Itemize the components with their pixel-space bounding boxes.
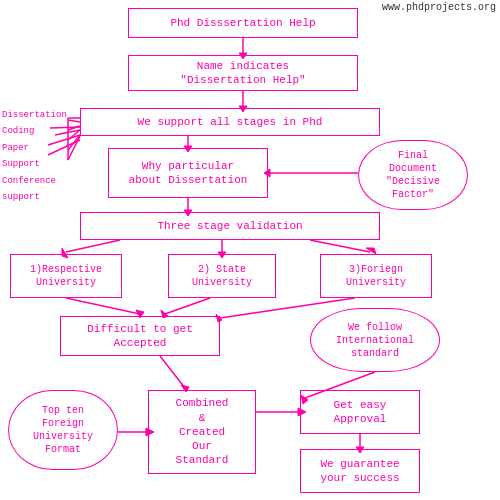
svg-line-27 bbox=[66, 298, 140, 314]
label-paper: Paper bbox=[2, 141, 67, 155]
svg-line-25 bbox=[310, 240, 370, 252]
label-conference: Conference bbox=[2, 174, 67, 188]
guarantee-box: We guarantee your success bbox=[300, 449, 420, 493]
phd-help-box: Phd Disssertation Help bbox=[128, 8, 358, 38]
svg-line-13 bbox=[68, 135, 80, 150]
three-stage-box: Three stage validation bbox=[80, 212, 380, 240]
label-coding: Coding bbox=[2, 124, 67, 138]
name-indicates-box: Name indicates "Dissertation Help" bbox=[128, 55, 358, 91]
left-labels: Dissertation Coding Paper Support Confer… bbox=[2, 108, 67, 206]
state-uni-box: 2) State University bbox=[168, 254, 276, 298]
svg-line-29 bbox=[165, 298, 210, 314]
foreign-uni-box: 3)Foriegn University bbox=[320, 254, 432, 298]
svg-line-12 bbox=[68, 130, 80, 140]
support-stages-box: We support all stages in Phd bbox=[80, 108, 380, 136]
label-dissertation: Dissertation bbox=[2, 108, 67, 122]
top-ten-cloud: Top ten Foreign University Format bbox=[8, 390, 118, 470]
svg-line-14 bbox=[68, 136, 80, 160]
final-document-cloud: Final Document "Decisive Factor" bbox=[358, 140, 468, 210]
get-easy-box: Get easy Approval bbox=[300, 390, 420, 434]
svg-line-4 bbox=[68, 120, 80, 122]
svg-line-35 bbox=[160, 356, 185, 388]
website-label: www.phdprojects.org bbox=[382, 2, 496, 13]
label-support: Support bbox=[2, 157, 67, 171]
combined-box: Combined & Created Our Standard bbox=[148, 390, 256, 474]
label-support2: support bbox=[2, 190, 67, 204]
respective-uni-box: 1)Respective University bbox=[10, 254, 122, 298]
why-particular-box: Why particular about Dissertation bbox=[108, 148, 268, 198]
svg-line-21 bbox=[66, 240, 120, 252]
difficult-box: Difficult to get Accepted bbox=[60, 316, 220, 356]
international-cloud: We follow International standard bbox=[310, 308, 440, 372]
svg-line-11 bbox=[68, 126, 80, 130]
